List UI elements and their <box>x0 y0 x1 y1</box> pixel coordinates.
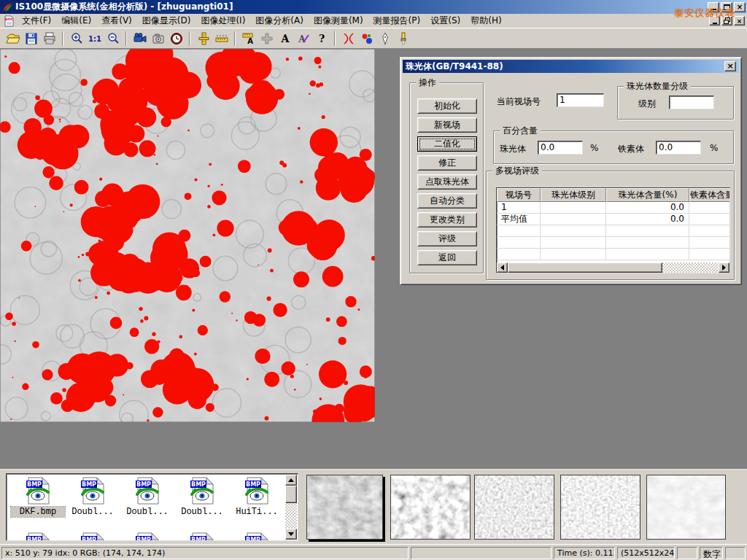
col-ferrite-percent[interactable]: 铁素体含量(%) <box>689 188 730 202</box>
brush-icon[interactable] <box>394 30 412 47</box>
actual-size-icon[interactable]: 1:1 <box>85 30 104 47</box>
mdi-minimize-button[interactable] <box>709 16 720 26</box>
file-item[interactable] <box>175 532 229 541</box>
curve-tool-icon[interactable] <box>339 30 357 47</box>
file-item[interactable]: Doubl... <box>120 477 174 517</box>
dialog-title: 珠光体(GB/T9441-88) <box>406 61 503 73</box>
menu-edit[interactable]: 编辑(E) <box>56 13 96 28</box>
thumbnail-5[interactable] <box>646 475 726 540</box>
change-class-button[interactable]: 更改类别 <box>417 212 477 228</box>
annotate-icon[interactable]: A <box>294 30 312 47</box>
file-item[interactable]: Doubl... <box>66 477 120 517</box>
ruler-icon[interactable] <box>212 30 231 47</box>
close-button[interactable]: × <box>734 2 746 12</box>
status-spacer <box>725 547 746 559</box>
current-field-label: 当前视场号 <box>497 96 541 108</box>
grid-icon[interactable] <box>258 30 276 47</box>
thumbnail-4[interactable] <box>560 475 640 540</box>
minimize-button[interactable] <box>708 2 719 12</box>
bmp-file-icon <box>26 477 50 505</box>
thumbnail-2[interactable] <box>390 475 471 540</box>
caliper-icon[interactable] <box>194 30 212 47</box>
camera-capture-icon[interactable] <box>149 30 167 47</box>
metallographic-image[interactable] <box>0 49 375 422</box>
mdi-close-button[interactable]: × <box>734 16 745 26</box>
dialog-title-bar[interactable]: 珠光体(GB/T9441-88) × <box>403 60 739 73</box>
thumbnail-1[interactable] <box>306 475 383 540</box>
auto-classify-button[interactable]: 自动分类 <box>417 193 477 209</box>
pick-pearlite-button[interactable]: 点取珠光体 <box>417 174 477 190</box>
ferrite-percent-input[interactable]: 0.0 <box>656 141 701 155</box>
scroll-down-icon[interactable] <box>285 529 297 540</box>
menu-settings[interactable]: 设置(S) <box>425 13 465 28</box>
file-name: DKF.bmp <box>11 507 65 517</box>
zoom-out-icon[interactable] <box>104 30 122 47</box>
measure-label-icon[interactable]: A <box>239 30 258 47</box>
zoom-in-icon[interactable] <box>67 30 85 47</box>
correct-button[interactable]: 修正 <box>417 155 477 171</box>
file-item[interactable] <box>11 532 65 541</box>
scroll-left-icon[interactable] <box>497 262 508 273</box>
table-row[interactable]: 1 0.0 <box>497 202 729 214</box>
pearlite-percent-input[interactable]: 0.0 <box>538 141 583 155</box>
file-item[interactable] <box>230 532 284 541</box>
scrollbar-thumb[interactable] <box>508 262 662 273</box>
menu-bar: DOC 文件(F) 编辑(E) 查看(V) 图像显示(D) 图像处理(I) 图像… <box>0 14 747 28</box>
menu-image-processing[interactable]: 图像处理(I) <box>196 13 250 28</box>
dialog-close-icon[interactable]: × <box>724 61 736 71</box>
mdi-restore-button[interactable] <box>721 16 732 26</box>
maximize-button[interactable] <box>721 2 732 12</box>
file-item[interactable] <box>66 532 120 541</box>
scroll-up-icon[interactable] <box>285 475 297 486</box>
current-field-input[interactable]: 1 <box>557 93 604 107</box>
binarize-button[interactable]: 二值化 <box>417 136 477 152</box>
scrollbar-thumb[interactable] <box>285 486 297 503</box>
thumbnail-3[interactable] <box>474 475 554 540</box>
table-horizontal-scrollbar[interactable] <box>497 262 729 273</box>
file-list-scrollbar[interactable] <box>285 475 297 540</box>
timer-clock-icon[interactable] <box>167 30 185 47</box>
menu-file[interactable]: 文件(F) <box>17 13 56 28</box>
rate-button[interactable]: 评级 <box>417 231 477 246</box>
print-icon[interactable] <box>40 30 58 47</box>
video-capture-icon[interactable] <box>131 30 149 47</box>
new-field-button[interactable]: 新视场 <box>417 117 477 133</box>
table-row[interactable]: 平均值 0.0 <box>497 214 729 225</box>
help-icon[interactable]: ? <box>312 30 330 47</box>
phase-mark-icon[interactable] <box>357 30 376 47</box>
save-icon[interactable] <box>22 30 40 47</box>
col-pearlite-level[interactable]: 珠光体级别 <box>541 188 606 202</box>
menu-image-display[interactable]: 图像显示(D) <box>137 13 196 28</box>
file-item[interactable]: Doubl... <box>175 477 229 517</box>
rating-table[interactable]: 视场号 珠光体级别 珠光体含量(%) 铁素体含量(%) 1 0.0 平均值 <box>496 187 730 273</box>
text-icon[interactable]: A <box>276 30 294 47</box>
ferrite-label: 铁素体 <box>618 143 644 155</box>
menu-image-measure[interactable]: 图像测量(M) <box>309 13 368 28</box>
svg-text:1:1: 1:1 <box>88 35 101 43</box>
col-pearlite-percent[interactable]: 珠光体含量(%) <box>606 188 689 202</box>
title-bar: IS100显微摄像系统(金相分析版) - [zhuguangti01] × <box>0 0 747 14</box>
scroll-right-icon[interactable] <box>719 262 729 273</box>
table-header-row: 视场号 珠光体级别 珠光体含量(%) 铁素体含量(%) <box>497 188 729 202</box>
file-item[interactable] <box>120 532 174 541</box>
file-list[interactable]: DKF.bmp Doubl... Doubl... Doubl... HuiTi… <box>6 473 298 541</box>
col-field-no[interactable]: 视场号 <box>497 188 541 202</box>
cell: 平均值 <box>497 214 541 225</box>
bmp-file-icon <box>80 477 105 505</box>
toolbar: 1:1 A A A ? <box>0 28 747 49</box>
return-button[interactable]: 返回 <box>417 250 477 265</box>
status-image-size: (512x512x24) <box>617 547 675 559</box>
menu-help[interactable]: 帮助(H) <box>465 13 506 28</box>
cursor-info: x: 510 y: 79 idx: 0 RGB: (174, 174, 174) <box>1 547 409 559</box>
level-input[interactable] <box>669 96 714 109</box>
open-icon[interactable] <box>4 30 22 47</box>
menu-image-analysis[interactable]: 图像分析(A) <box>250 13 309 28</box>
ferrite-percent-unit: % <box>710 143 718 153</box>
operations-group-label: 操作 <box>416 77 439 88</box>
picker-pen-icon[interactable] <box>376 30 394 47</box>
menu-view[interactable]: 查看(V) <box>96 13 137 28</box>
menu-measure-report[interactable]: 测量报告(P) <box>368 13 426 28</box>
initialize-button[interactable]: 初始化 <box>417 98 477 114</box>
file-item[interactable]: HuiTi... <box>230 477 284 517</box>
file-item[interactable]: DKF.bmp <box>11 477 65 517</box>
